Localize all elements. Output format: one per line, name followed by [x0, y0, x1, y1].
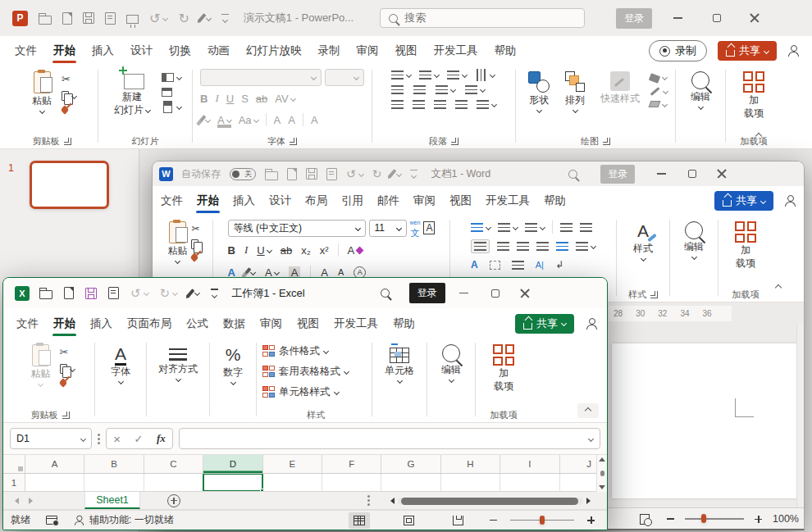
scroll-left-icon[interactable] — [390, 498, 395, 504]
cancel-button[interactable]: × — [113, 432, 121, 446]
slide-layout-button[interactable] — [162, 73, 181, 82]
ribbon-tab[interactable]: 引用 — [340, 186, 365, 216]
shape-fill-button[interactable] — [650, 72, 668, 82]
zoom-in-button[interactable] — [587, 516, 595, 524]
borders-button[interactable] — [490, 261, 500, 270]
ribbon-tab[interactable]: 帮助 — [542, 186, 568, 216]
normal-view-button[interactable] — [349, 512, 370, 529]
maximize-button[interactable] — [703, 0, 731, 36]
column-header[interactable]: I — [500, 455, 559, 473]
page-layout-view-button[interactable] — [398, 512, 419, 529]
character-spacing-button[interactable]: AV — [275, 93, 294, 105]
shadow-button[interactable]: S — [241, 93, 249, 105]
bold-button[interactable]: B — [200, 93, 208, 105]
style-menu-item[interactable]: 单元格样式 — [262, 383, 339, 401]
shrink-font-button[interactable]: A — [338, 267, 344, 277]
ribbon-tab[interactable]: 审阅 — [355, 36, 381, 66]
arrange-button[interactable]: 排列 — [559, 69, 591, 112]
underline-button[interactable]: U — [257, 244, 271, 257]
page-break-view-button[interactable] — [447, 512, 468, 529]
ribbon-tab[interactable]: 切换 — [167, 36, 193, 66]
ribbon-tab[interactable]: 视图 — [295, 308, 321, 339]
change-case-button[interactable]: Aa — [239, 114, 258, 126]
maximize-button[interactable] — [681, 161, 704, 186]
highlight-color-button[interactable] — [245, 267, 255, 277]
save-button[interactable] — [85, 288, 97, 299]
zoom-slider[interactable] — [510, 520, 574, 521]
touch-mode-button[interactable] — [200, 13, 211, 23]
align-right-button[interactable] — [517, 242, 529, 251]
customize-qat-button[interactable] — [410, 170, 417, 179]
sign-in-button[interactable]: 登录 — [600, 165, 635, 184]
new-file-button[interactable] — [64, 287, 74, 299]
styles-button[interactable]: A 样式 — [628, 219, 658, 261]
new-file-button[interactable] — [287, 168, 297, 180]
ribbon-tab[interactable]: 邮件 — [376, 186, 401, 216]
undo-button[interactable]: ↺ — [149, 11, 167, 26]
document-page[interactable] — [612, 343, 798, 498]
scroll-right-icon[interactable] — [586, 498, 591, 504]
addins-button[interactable]: 加 载项 — [730, 219, 761, 269]
horizontal-ruler[interactable]: 28 30 32 34 36 — [609, 306, 732, 321]
clear-formatting-button[interactable]: A — [348, 244, 363, 257]
italic-button[interactable]: I — [215, 92, 218, 105]
font-color-button[interactable]: A — [217, 114, 231, 126]
ribbon-tab[interactable]: 帮助 — [391, 308, 417, 339]
align-right-button[interactable] — [434, 100, 446, 109]
share-button[interactable]: 共享 — [714, 191, 773, 211]
save-button[interactable] — [306, 168, 317, 180]
dialog-launcher-icon[interactable] — [62, 412, 70, 419]
zoom-in-button[interactable] — [755, 516, 762, 523]
dialog-launcher-icon[interactable] — [64, 138, 71, 145]
zoom-out-button[interactable] — [490, 520, 497, 521]
slide-thumbnail[interactable] — [30, 161, 109, 209]
macro-record-icon[interactable] — [46, 516, 57, 525]
formula-input[interactable] — [179, 428, 600, 449]
column-header[interactable]: F — [322, 455, 381, 473]
bullets-button[interactable] — [391, 70, 411, 80]
style-menu-item[interactable]: 套用表格格式 — [262, 362, 349, 380]
name-box[interactable]: D1 — [10, 428, 92, 449]
ribbon-tab[interactable]: 设计 — [129, 36, 154, 66]
autosave-toggle[interactable]: 关 — [230, 168, 256, 180]
people-icon[interactable] — [787, 45, 799, 57]
undo-button[interactable]: ↺ — [130, 286, 148, 301]
collapse-ribbon-button[interactable] — [748, 129, 769, 143]
ribbon-tab[interactable]: 插入 — [231, 186, 257, 216]
character-border-button[interactable]: A — [423, 221, 435, 234]
ribbon-tab[interactable]: 数据 — [221, 308, 247, 339]
print-button[interactable] — [105, 12, 116, 25]
close-button[interactable] — [741, 0, 769, 36]
dialog-launcher-icon[interactable] — [290, 138, 297, 145]
ribbon-tab[interactable]: 录制 — [317, 36, 342, 66]
decrease-indent-button[interactable] — [391, 85, 404, 94]
align-center-button[interactable] — [497, 242, 509, 251]
font-size-combo[interactable] — [325, 69, 364, 86]
touch-mode-button[interactable] — [189, 289, 199, 298]
subscript-button[interactable]: x₂ — [301, 244, 311, 257]
shape-outline-button[interactable] — [650, 89, 668, 93]
collapse-ribbon-button[interactable] — [577, 403, 599, 418]
bullets-button[interactable] — [471, 223, 490, 232]
zoom-slider-thumb[interactable] — [701, 514, 706, 523]
ribbon-tab[interactable]: 开发工具 — [332, 308, 380, 339]
ribbon-tab[interactable]: 布局 — [303, 186, 329, 216]
justify-button[interactable] — [536, 242, 549, 251]
search-icon[interactable] — [381, 289, 390, 298]
strikethrough-button[interactable]: ab — [281, 244, 292, 257]
scroll-down-icon[interactable] — [599, 485, 605, 489]
ribbon-tab[interactable]: 插入 — [90, 36, 116, 66]
clear-formatting-button[interactable]: A — [311, 114, 318, 126]
multilevel-list-button[interactable] — [525, 223, 545, 232]
column-header[interactable]: A — [25, 455, 84, 473]
record-button[interactable]: 录制 — [649, 40, 707, 61]
increase-indent-button[interactable] — [413, 85, 426, 94]
row-header[interactable]: 1 — [3, 474, 25, 491]
paste-button[interactable]: 粘贴 — [26, 342, 56, 386]
style-menu-item[interactable]: 条件格式 — [262, 342, 328, 360]
share-button[interactable]: 共享 — [515, 314, 574, 334]
alignment-button[interactable]: 对齐方式 — [153, 342, 203, 381]
grow-font-button[interactable]: A — [274, 114, 281, 126]
dialog-launcher-icon[interactable] — [451, 138, 458, 145]
numbering-button[interactable] — [498, 223, 518, 232]
